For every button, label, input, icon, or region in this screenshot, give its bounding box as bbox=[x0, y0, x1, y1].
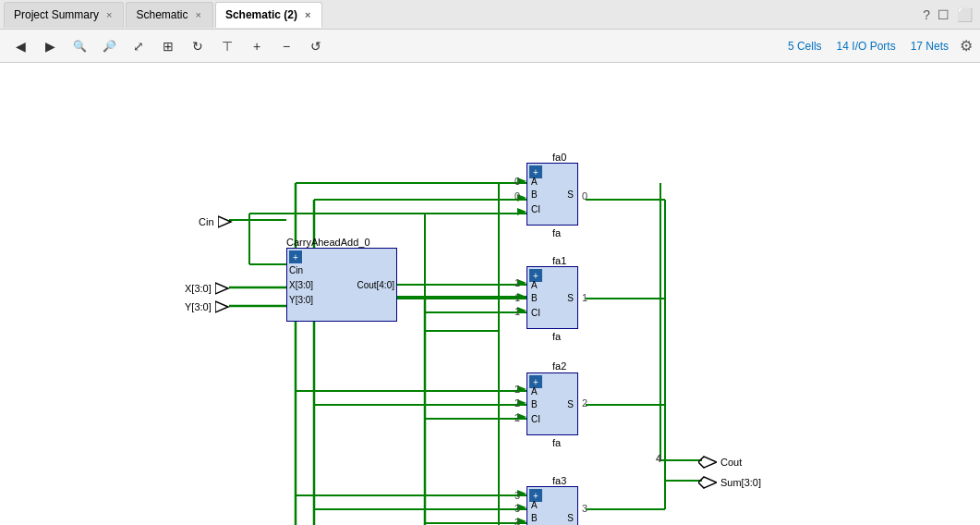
tab-close-schematic2[interactable]: × bbox=[303, 9, 312, 20]
fa1-s-pin: S bbox=[567, 293, 574, 303]
add-button[interactable]: + bbox=[244, 33, 270, 59]
minus-button[interactable]: − bbox=[273, 33, 299, 59]
fa3-a-pin: A bbox=[531, 500, 538, 510]
svg-marker-60 bbox=[215, 283, 228, 294]
fa0-block[interactable]: + A B CI S bbox=[526, 163, 578, 226]
fa0-b-pin: B bbox=[531, 189, 538, 200]
fa2-s-net: 2 bbox=[582, 397, 587, 409]
tab-project-summary[interactable]: Project Summary × bbox=[4, 2, 124, 28]
y-label: Y[3:0] bbox=[185, 301, 212, 312]
nets-stat[interactable]: 17 Nets bbox=[911, 40, 949, 53]
fa1-s-net: 1 bbox=[582, 292, 587, 303]
toolbar-stats: 5 Cells 14 I/O Ports 17 Nets bbox=[788, 40, 949, 53]
tab-bar: Project Summary × Schematic × Schematic … bbox=[0, 0, 980, 30]
tab-close-schematic[interactable]: × bbox=[194, 9, 203, 20]
forward-button[interactable]: ▶ bbox=[37, 33, 63, 59]
caa-instance-label: CarryAheadAdd_0 bbox=[286, 237, 370, 248]
tab-label: Schematic bbox=[136, 8, 188, 21]
tab-schematic[interactable]: Schematic × bbox=[126, 2, 212, 28]
cout-label: Cout bbox=[720, 457, 742, 468]
fa2-ci-net: 2 bbox=[514, 412, 520, 423]
caa-cout-pin-label: Cout[4:0] bbox=[357, 280, 394, 290]
fa3-block[interactable]: + A B CI S bbox=[526, 486, 578, 525]
back-button[interactable]: ◀ bbox=[7, 33, 33, 59]
fa0-title: fa0 bbox=[552, 152, 566, 163]
tab-label: Schematic (2) bbox=[225, 8, 297, 21]
x-label: X[3:0] bbox=[185, 283, 212, 294]
sum-port: Sum[3:0] bbox=[698, 475, 757, 490]
fa1-title: fa1 bbox=[552, 255, 566, 266]
wire-layer bbox=[0, 63, 980, 525]
fa3-a-net: 3 bbox=[514, 490, 520, 501]
fa3-ci-net: 3 bbox=[514, 517, 520, 525]
cout-port: Cout bbox=[698, 455, 738, 470]
cin-port: Cin bbox=[199, 214, 236, 229]
help-icon[interactable]: ? bbox=[923, 7, 930, 22]
svg-marker-62 bbox=[698, 457, 717, 468]
fa0-s-net: 0 bbox=[582, 190, 587, 201]
fa2-title: fa2 bbox=[552, 360, 566, 372]
fa2-block[interactable]: + A B CI S bbox=[526, 372, 578, 435]
fa1-block[interactable]: + A B CI S bbox=[526, 266, 578, 329]
caa-cin-pin-label: Cin bbox=[289, 265, 303, 275]
sum-label: Sum[3:0] bbox=[720, 477, 761, 488]
split-button[interactable]: ⊤ bbox=[214, 33, 240, 59]
restore-icon[interactable]: ☐ bbox=[938, 7, 950, 22]
settings-gear-icon[interactable]: ⚙ bbox=[960, 37, 973, 55]
fa0-s-pin: S bbox=[567, 189, 574, 200]
cout-net: 4 bbox=[656, 453, 661, 464]
svg-marker-61 bbox=[215, 301, 228, 312]
window-controls: ? ☐ ⬜ bbox=[923, 7, 980, 22]
fa1-ci-pin: CI bbox=[531, 308, 540, 318]
io-ports-stat[interactable]: 14 I/O Ports bbox=[837, 40, 896, 53]
carry-ahead-add-block[interactable]: + Cin X[3:0] Y[3:0] Cout[4:0] bbox=[286, 248, 397, 322]
zoom-in-button[interactable]: 🔍 bbox=[67, 33, 92, 59]
fa0-sublabel: fa bbox=[552, 227, 561, 238]
fa2-ci-pin: CI bbox=[531, 414, 540, 424]
svg-marker-63 bbox=[698, 477, 717, 488]
cells-stat[interactable]: 5 Cells bbox=[788, 40, 822, 53]
y-port: Y[3:0] bbox=[185, 299, 234, 314]
fa3-s-net: 3 bbox=[582, 503, 587, 514]
fa1-ci-net: 1 bbox=[514, 306, 520, 317]
fa1-a-net: 1 bbox=[514, 277, 520, 288]
fa0-b-net: 0 bbox=[514, 190, 520, 201]
fa3-b-pin: B bbox=[531, 513, 538, 523]
caa-y-pin-label: Y[3:0] bbox=[289, 295, 313, 305]
fa0-ci-pin: CI bbox=[531, 204, 540, 214]
rotate-button[interactable]: ↻ bbox=[185, 33, 211, 59]
fa3-b-net: 3 bbox=[514, 503, 520, 514]
fa2-s-pin: S bbox=[567, 399, 574, 409]
x-port: X[3:0] bbox=[185, 281, 234, 296]
fit-button[interactable]: ⤢ bbox=[126, 33, 151, 59]
tab-label: Project Summary bbox=[14, 8, 99, 21]
maximize-icon[interactable]: ⬜ bbox=[957, 7, 973, 22]
fa3-title: fa3 bbox=[552, 475, 566, 486]
fa2-b-pin: B bbox=[531, 399, 538, 409]
zoom-out-button[interactable]: 🔎 bbox=[96, 33, 122, 59]
svg-marker-59 bbox=[218, 216, 231, 227]
fa2-a-pin: A bbox=[531, 386, 538, 397]
fa2-a-net: 2 bbox=[514, 384, 520, 395]
tab-schematic2[interactable]: Schematic (2) × bbox=[215, 2, 322, 28]
toolbar: ◀ ▶ 🔍 🔎 ⤢ ⊞ ↻ ⊤ + − ↺ 5 Cells 14 I/O Por… bbox=[0, 30, 980, 63]
fa1-b-net: 1 bbox=[514, 292, 520, 303]
caa-x-pin-label: X[3:0] bbox=[289, 280, 313, 290]
fa0-a-net: 0 bbox=[514, 176, 520, 187]
select-button[interactable]: ⊞ bbox=[155, 33, 181, 59]
schematic-canvas[interactable]: Cin X[3:0] Y[3:0] Cout Sum[3:0] + Cin X[… bbox=[0, 63, 980, 525]
caa-expand-btn[interactable]: + bbox=[289, 250, 302, 263]
cin-label: Cin bbox=[199, 216, 214, 227]
fa2-sublabel: fa bbox=[552, 437, 561, 448]
fa3-s-pin: S bbox=[567, 513, 574, 523]
fa1-sublabel: fa bbox=[552, 331, 561, 342]
tab-close-project-summary[interactable]: × bbox=[104, 9, 114, 20]
fa0-a-pin: A bbox=[531, 177, 538, 187]
refresh-button[interactable]: ↺ bbox=[303, 33, 329, 59]
svg-marker-49 bbox=[517, 208, 526, 215]
fa1-a-pin: A bbox=[531, 280, 538, 290]
fa1-b-pin: B bbox=[531, 293, 538, 303]
fa2-b-net: 2 bbox=[514, 397, 520, 409]
